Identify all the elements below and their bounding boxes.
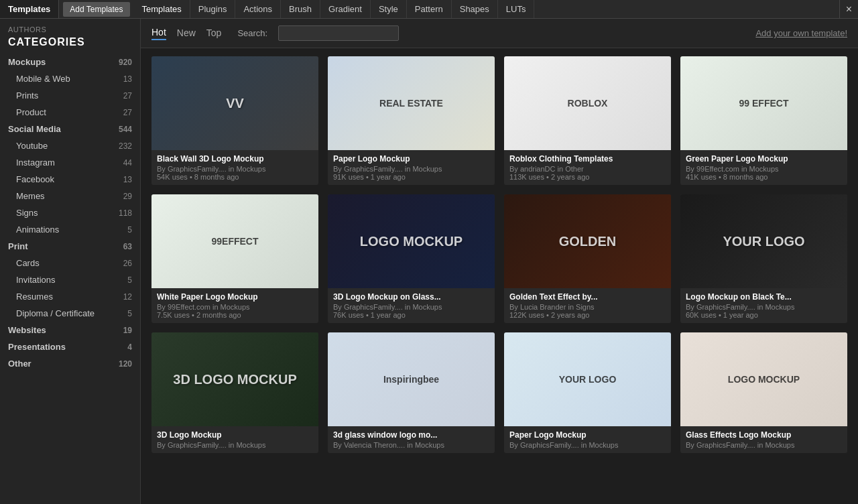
sidebar-item-label: Resumes	[16, 292, 123, 302]
sidebar-item-cards[interactable]: Cards26	[0, 255, 140, 271]
sidebar-item-label: Other	[8, 359, 119, 369]
sidebar-item-count: 19	[123, 326, 132, 335]
sidebar-item-count: 26	[123, 259, 132, 268]
add-templates-button[interactable]: Add Templates	[63, 2, 129, 17]
sidebar-item-diploma--certificate[interactable]: Diploma / Certificate5	[0, 305, 140, 322]
template-meta: By 99Effect.com in Mockups 7.5K uses • 2…	[157, 303, 313, 319]
template-title: Roblox Clothing Templates	[509, 154, 666, 164]
close-button[interactable]: ×	[839, 0, 858, 19]
sidebar-item-count: 920	[119, 58, 132, 67]
filter-tab-new[interactable]: New	[177, 27, 196, 40]
template-meta: By 99Effect.com in Mockups 41K uses • 8 …	[686, 165, 842, 181]
sidebar-item-label: Product	[16, 107, 123, 117]
template-title: Glass Effects Logo Mockup	[686, 430, 842, 440]
template-title: 3D Logo Mockup	[157, 430, 313, 440]
sidebar-item-count: 4	[127, 342, 132, 352]
main-layout: AUTHORS CATEGORIES Mockups920Mobile & We…	[0, 19, 858, 504]
categories-section-title: CATEGORIES	[0, 35, 140, 54]
nav-item-templates[interactable]: Templates	[134, 0, 190, 18]
template-meta: By Valencia Theron.... in Mockups	[333, 441, 489, 449]
template-card[interactable]: ROBLOXRoblox Clothing TemplatesBy andria…	[504, 56, 671, 185]
sidebar-item-count: 13	[123, 175, 132, 184]
template-card[interactable]: LOGO MOCKUP3D Logo Mockup on Glass...By …	[328, 194, 495, 323]
sidebar-item-invitations[interactable]: Invitations5	[0, 271, 140, 288]
template-card[interactable]: GOLDENGolden Text Effect by...By Lucia B…	[504, 194, 671, 323]
template-title: Golden Text Effect by...	[509, 292, 666, 302]
template-title: Green Paper Logo Mockup	[686, 154, 842, 164]
nav-item-gradient[interactable]: Gradient	[320, 0, 371, 18]
filter-bar: HotNewTopSearch:Add your own template!	[141, 19, 858, 48]
sidebar-item-count: 120	[119, 359, 132, 369]
sidebar-item-label: Signs	[16, 208, 119, 218]
sidebar-item-count: 29	[123, 192, 132, 201]
sidebar-item-animations[interactable]: Animations5	[0, 221, 140, 238]
sidebar-item-presentations[interactable]: Presentations4	[0, 338, 140, 355]
template-card[interactable]: LOGO MOCKUPGlass Effects Logo MockupBy G…	[680, 332, 847, 453]
sidebar-item-product[interactable]: Product27	[0, 104, 140, 121]
template-title: Paper Logo Mockup	[509, 430, 666, 440]
sidebar-item-print[interactable]: Print63	[0, 238, 140, 255]
filter-tab-hot[interactable]: Hot	[151, 27, 166, 40]
template-title: Logo Mockup on Black Te...	[686, 292, 842, 302]
template-card[interactable]: YOUR LOGOLogo Mockup on Black Te...By Gr…	[680, 194, 847, 323]
sidebar-item-label: Prints	[16, 90, 123, 101]
template-meta: By Lucia Brander in Signs 122K uses • 2 …	[509, 303, 666, 319]
sidebar-item-label: Invitations	[16, 275, 127, 285]
template-meta: By GraphicsFamily.... in Mockups 54K use…	[157, 165, 313, 181]
template-title: 3D Logo Mockup on Glass...	[333, 292, 489, 302]
sidebar-item-social-media[interactable]: Social Media544	[0, 121, 140, 137]
sidebar-item-count: 12	[123, 292, 132, 302]
sidebar-item-instagram[interactable]: Instagram44	[0, 154, 140, 171]
sidebar-item-count: 27	[123, 108, 132, 117]
sidebar-item-mobile-&-web[interactable]: Mobile & Web13	[0, 70, 140, 87]
sidebar-item-count: 5	[127, 309, 132, 318]
nav-item-shapes[interactable]: Shapes	[452, 0, 498, 18]
search-input[interactable]	[278, 25, 399, 41]
sidebar-item-label: Websites	[8, 325, 123, 335]
template-card[interactable]: 99EFFECTWhite Paper Logo MockupBy 99Effe…	[151, 194, 318, 323]
template-title: White Paper Logo Mockup	[157, 292, 313, 302]
sidebar-item-youtube[interactable]: Youtube232	[0, 137, 140, 154]
template-card[interactable]: 3D LOGO MOCKUP3D Logo MockupBy GraphicsF…	[151, 332, 318, 453]
sidebar-item-other[interactable]: Other120	[0, 355, 140, 372]
nav-item-pattern[interactable]: Pattern	[407, 0, 452, 18]
sidebar-item-label: Diploma / Certificate	[16, 308, 127, 318]
sidebar-item-label: Cards	[16, 258, 123, 268]
sidebar-item-resumes[interactable]: Resumes12	[0, 288, 140, 305]
sidebar-item-signs[interactable]: Signs118	[0, 204, 140, 221]
template-card[interactable]: YOUR LOGOPaper Logo MockupBy GraphicsFam…	[504, 332, 671, 453]
nav-item-plugins[interactable]: Plugins	[190, 0, 236, 18]
template-card[interactable]: Inspiringbee3d glass window logo mo...By…	[328, 332, 495, 453]
template-grid: VVBlack Wall 3D Logo MockupBy GraphicsFa…	[141, 48, 858, 504]
filter-tab-top[interactable]: Top	[206, 27, 222, 40]
sidebar: AUTHORS CATEGORIES Mockups920Mobile & We…	[0, 19, 141, 504]
sidebar-item-count: 118	[119, 208, 132, 218]
add-own-template-link[interactable]: Add your own template!	[755, 28, 847, 38]
nav-item-actions[interactable]: Actions	[235, 0, 281, 18]
sidebar-item-label: Presentations	[8, 342, 127, 352]
sidebar-item-websites[interactable]: Websites19	[0, 322, 140, 338]
sidebar-item-mockups[interactable]: Mockups920	[0, 54, 140, 70]
sidebar-item-count: 232	[119, 141, 132, 151]
sidebar-item-count: 544	[119, 125, 132, 134]
authors-section-title: AUTHORS	[0, 19, 140, 35]
sidebar-item-count: 13	[123, 74, 132, 84]
sidebar-item-label: Animations	[16, 225, 127, 235]
nav-item-luts[interactable]: LUTs	[498, 0, 535, 18]
template-meta: By GraphicsFamily.... in Mockups 91K use…	[333, 165, 489, 181]
topbar: Templates Add Templates TemplatesPlugins…	[0, 0, 858, 19]
template-card[interactable]: 99 EFFECTGreen Paper Logo MockupBy 99Eff…	[680, 56, 847, 185]
app-title: Templates	[0, 0, 59, 18]
sidebar-item-memes[interactable]: Memes29	[0, 188, 140, 204]
template-meta: By GraphicsFamily.... in Mockups	[686, 441, 842, 449]
template-card[interactable]: VVBlack Wall 3D Logo MockupBy GraphicsFa…	[151, 56, 318, 185]
sidebar-item-facebook[interactable]: Facebook13	[0, 171, 140, 188]
nav-item-brush[interactable]: Brush	[281, 0, 320, 18]
sidebar-item-count: 5	[127, 225, 132, 235]
sidebar-item-label: Memes	[16, 191, 123, 201]
sidebar-item-prints[interactable]: Prints27	[0, 87, 140, 104]
template-card[interactable]: REAL ESTATEPaper Logo MockupBy GraphicsF…	[328, 56, 495, 185]
sidebar-item-label: Print	[8, 241, 123, 251]
nav-items: TemplatesPluginsActionsBrushGradientStyl…	[134, 0, 535, 18]
nav-item-style[interactable]: Style	[371, 0, 407, 18]
